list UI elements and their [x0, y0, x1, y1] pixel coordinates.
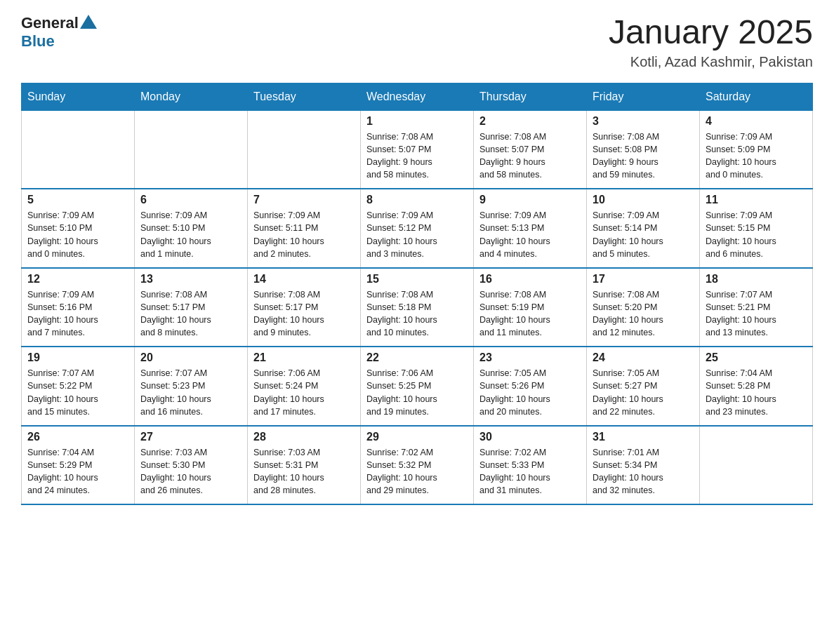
logo-blue-text: Blue [21, 32, 55, 51]
calendar-cell: 13Sunrise: 7:08 AM Sunset: 5:17 PM Dayli… [135, 268, 248, 347]
day-number: 12 [27, 273, 128, 286]
page-subtitle: Kotli, Azad Kashmir, Pakistan [609, 54, 813, 70]
day-info: Sunrise: 7:09 AM Sunset: 5:14 PM Dayligh… [593, 209, 694, 260]
weekday-header-row: SundayMondayTuesdayWednesdayThursdayFrid… [22, 83, 813, 110]
weekday-header-tuesday: Tuesday [248, 83, 361, 110]
day-number: 2 [479, 115, 581, 128]
day-info: Sunrise: 7:09 AM Sunset: 5:15 PM Dayligh… [706, 209, 807, 260]
calendar-cell: 11Sunrise: 7:09 AM Sunset: 5:15 PM Dayli… [700, 189, 813, 268]
calendar-cell: 29Sunrise: 7:02 AM Sunset: 5:32 PM Dayli… [361, 426, 474, 505]
day-number: 15 [366, 273, 468, 286]
day-number: 14 [253, 273, 355, 286]
day-info: Sunrise: 7:02 AM Sunset: 5:33 PM Dayligh… [479, 446, 581, 497]
day-info: Sunrise: 7:01 AM Sunset: 5:34 PM Dayligh… [593, 446, 694, 497]
day-info: Sunrise: 7:06 AM Sunset: 5:24 PM Dayligh… [253, 367, 355, 418]
day-info: Sunrise: 7:09 AM Sunset: 5:11 PM Dayligh… [253, 209, 355, 260]
logo: General Blue [21, 14, 97, 51]
day-number: 5 [27, 194, 128, 206]
calendar-cell: 28Sunrise: 7:03 AM Sunset: 5:31 PM Dayli… [248, 426, 361, 505]
day-info: Sunrise: 7:08 AM Sunset: 5:17 PM Dayligh… [140, 288, 241, 340]
day-info: Sunrise: 7:04 AM Sunset: 5:28 PM Dayligh… [706, 367, 807, 418]
day-info: Sunrise: 7:04 AM Sunset: 5:29 PM Dayligh… [27, 446, 128, 497]
day-number: 22 [366, 351, 468, 364]
logo-triangle-icon [80, 15, 97, 29]
calendar-cell: 4Sunrise: 7:09 AM Sunset: 5:09 PM Daylig… [700, 110, 813, 189]
calendar-cell: 17Sunrise: 7:08 AM Sunset: 5:20 PM Dayli… [587, 268, 700, 347]
weekday-header-sunday: Sunday [22, 83, 135, 110]
calendar-cell: 10Sunrise: 7:09 AM Sunset: 5:14 PM Dayli… [587, 189, 700, 268]
calendar-cell: 14Sunrise: 7:08 AM Sunset: 5:17 PM Dayli… [248, 268, 361, 347]
calendar-cell: 20Sunrise: 7:07 AM Sunset: 5:23 PM Dayli… [135, 347, 248, 426]
day-info: Sunrise: 7:06 AM Sunset: 5:25 PM Dayligh… [366, 367, 468, 418]
calendar-cell: 25Sunrise: 7:04 AM Sunset: 5:28 PM Dayli… [700, 347, 813, 426]
calendar-cell: 16Sunrise: 7:08 AM Sunset: 5:19 PM Dayli… [474, 268, 587, 347]
day-number: 3 [593, 115, 694, 128]
day-info: Sunrise: 7:07 AM Sunset: 5:22 PM Dayligh… [27, 367, 128, 418]
day-number: 20 [140, 351, 241, 364]
calendar-cell: 24Sunrise: 7:05 AM Sunset: 5:27 PM Dayli… [587, 347, 700, 426]
calendar-cell: 23Sunrise: 7:05 AM Sunset: 5:26 PM Dayli… [474, 347, 587, 426]
day-info: Sunrise: 7:08 AM Sunset: 5:07 PM Dayligh… [366, 130, 468, 182]
day-number: 13 [140, 273, 241, 286]
calendar-cell: 9Sunrise: 7:09 AM Sunset: 5:13 PM Daylig… [474, 189, 587, 268]
calendar-cell: 7Sunrise: 7:09 AM Sunset: 5:11 PM Daylig… [248, 189, 361, 268]
week-row-2: 5Sunrise: 7:09 AM Sunset: 5:10 PM Daylig… [22, 189, 813, 268]
day-number: 18 [706, 273, 807, 286]
day-info: Sunrise: 7:09 AM Sunset: 5:16 PM Dayligh… [27, 288, 128, 340]
day-info: Sunrise: 7:09 AM Sunset: 5:10 PM Dayligh… [27, 209, 128, 260]
calendar-cell: 26Sunrise: 7:04 AM Sunset: 5:29 PM Dayli… [22, 426, 135, 505]
day-info: Sunrise: 7:08 AM Sunset: 5:08 PM Dayligh… [593, 130, 694, 182]
day-info: Sunrise: 7:02 AM Sunset: 5:32 PM Dayligh… [366, 446, 468, 497]
day-info: Sunrise: 7:08 AM Sunset: 5:20 PM Dayligh… [593, 288, 694, 340]
day-info: Sunrise: 7:08 AM Sunset: 5:19 PM Dayligh… [479, 288, 581, 340]
day-number: 23 [479, 351, 581, 364]
calendar-table: SundayMondayTuesdayWednesdayThursdayFrid… [21, 83, 813, 506]
day-number: 4 [706, 115, 807, 128]
calendar-cell: 1Sunrise: 7:08 AM Sunset: 5:07 PM Daylig… [361, 110, 474, 189]
day-info: Sunrise: 7:09 AM Sunset: 5:12 PM Dayligh… [366, 209, 468, 260]
day-info: Sunrise: 7:05 AM Sunset: 5:27 PM Dayligh… [593, 367, 694, 418]
week-row-4: 19Sunrise: 7:07 AM Sunset: 5:22 PM Dayli… [22, 347, 813, 426]
calendar-cell: 27Sunrise: 7:03 AM Sunset: 5:30 PM Dayli… [135, 426, 248, 505]
day-info: Sunrise: 7:08 AM Sunset: 5:07 PM Dayligh… [479, 130, 581, 182]
day-info: Sunrise: 7:09 AM Sunset: 5:13 PM Dayligh… [479, 209, 581, 260]
day-number: 9 [479, 194, 581, 206]
day-number: 7 [253, 194, 355, 206]
day-number: 31 [593, 431, 694, 443]
day-number: 11 [706, 194, 807, 206]
day-info: Sunrise: 7:03 AM Sunset: 5:30 PM Dayligh… [140, 446, 241, 497]
calendar-cell [135, 110, 248, 189]
calendar-cell: 19Sunrise: 7:07 AM Sunset: 5:22 PM Dayli… [22, 347, 135, 426]
day-number: 16 [479, 273, 581, 286]
calendar-cell: 8Sunrise: 7:09 AM Sunset: 5:12 PM Daylig… [361, 189, 474, 268]
day-number: 29 [366, 431, 468, 443]
day-number: 26 [27, 431, 128, 443]
calendar-cell: 2Sunrise: 7:08 AM Sunset: 5:07 PM Daylig… [474, 110, 587, 189]
day-info: Sunrise: 7:07 AM Sunset: 5:23 PM Dayligh… [140, 367, 241, 418]
calendar-cell: 30Sunrise: 7:02 AM Sunset: 5:33 PM Dayli… [474, 426, 587, 505]
day-number: 30 [479, 431, 581, 443]
day-info: Sunrise: 7:03 AM Sunset: 5:31 PM Dayligh… [253, 446, 355, 497]
day-number: 28 [253, 431, 355, 443]
weekday-header-monday: Monday [135, 83, 248, 110]
day-info: Sunrise: 7:09 AM Sunset: 5:10 PM Dayligh… [140, 209, 241, 260]
day-info: Sunrise: 7:05 AM Sunset: 5:26 PM Dayligh… [479, 367, 581, 418]
page-header: General Blue January 2025 Kotli, Azad Ka… [21, 14, 813, 70]
day-number: 1 [366, 115, 468, 128]
calendar-cell: 22Sunrise: 7:06 AM Sunset: 5:25 PM Dayli… [361, 347, 474, 426]
weekday-header-wednesday: Wednesday [361, 83, 474, 110]
weekday-header-saturday: Saturday [700, 83, 813, 110]
calendar-cell: 21Sunrise: 7:06 AM Sunset: 5:24 PM Dayli… [248, 347, 361, 426]
weekday-header-thursday: Thursday [474, 83, 587, 110]
day-info: Sunrise: 7:09 AM Sunset: 5:09 PM Dayligh… [706, 130, 807, 182]
day-number: 25 [706, 351, 807, 364]
day-info: Sunrise: 7:07 AM Sunset: 5:21 PM Dayligh… [706, 288, 807, 340]
day-info: Sunrise: 7:08 AM Sunset: 5:18 PM Dayligh… [366, 288, 468, 340]
week-row-5: 26Sunrise: 7:04 AM Sunset: 5:29 PM Dayli… [22, 426, 813, 505]
calendar-cell: 15Sunrise: 7:08 AM Sunset: 5:18 PM Dayli… [361, 268, 474, 347]
calendar-cell: 18Sunrise: 7:07 AM Sunset: 5:21 PM Dayli… [700, 268, 813, 347]
week-row-1: 1Sunrise: 7:08 AM Sunset: 5:07 PM Daylig… [22, 110, 813, 189]
weekday-header-friday: Friday [587, 83, 700, 110]
calendar-cell: 6Sunrise: 7:09 AM Sunset: 5:10 PM Daylig… [135, 189, 248, 268]
calendar-cell: 12Sunrise: 7:09 AM Sunset: 5:16 PM Dayli… [22, 268, 135, 347]
